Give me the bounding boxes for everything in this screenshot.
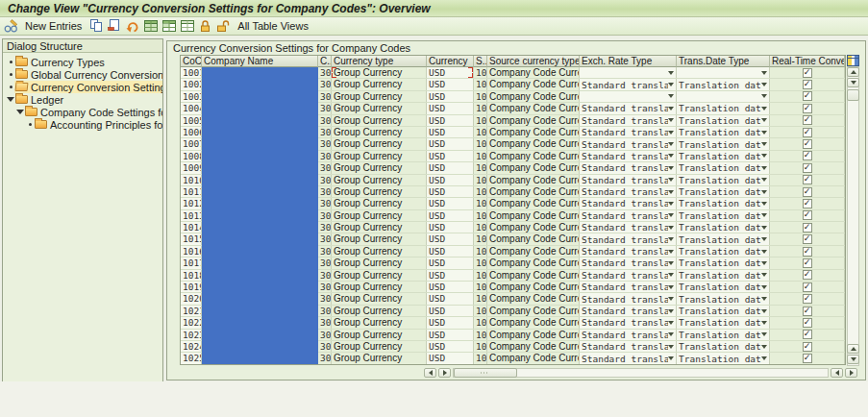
currency-cell[interactable]: USD xyxy=(427,103,474,113)
dialog-structure-item[interactable]: Global Currency Conversion Settings xyxy=(3,68,162,81)
column-header[interactable]: Company Name xyxy=(202,56,318,67)
currency-cell[interactable]: USD xyxy=(427,270,474,281)
currency-cell[interactable]: USD xyxy=(427,198,474,208)
trans-date-type-select[interactable]: Translation date xyxy=(677,127,770,137)
exch-rate-type-select[interactable]: Standard translat. xyxy=(580,138,677,149)
realtime-conversion-checkbox[interactable] xyxy=(803,91,812,101)
realtime-conversion-checkbox[interactable] xyxy=(803,68,812,78)
cocd-cell[interactable]: 1022 xyxy=(181,317,202,328)
dialog-structure-item[interactable]: Currency Types xyxy=(3,56,162,68)
exch-rate-type-select[interactable]: Standard translat. xyxy=(580,186,677,197)
trans-date-type-select[interactable]: Translation date xyxy=(677,162,770,173)
cocd-cell[interactable]: 1015 xyxy=(181,233,202,244)
exch-rate-type-select[interactable]: Standard translat. xyxy=(580,258,677,268)
exch-rate-type-select[interactable]: Standard translat. xyxy=(580,127,677,137)
trans-date-type-select[interactable]: Translation date xyxy=(677,103,770,113)
currency-cell[interactable]: USD xyxy=(427,151,474,161)
scroll-left-button[interactable] xyxy=(831,368,843,378)
trans-date-type-select[interactable]: Translation date xyxy=(677,270,770,281)
exch-rate-type-select[interactable]: Standard translat. xyxy=(580,306,677,316)
trans-date-type-select[interactable]: Translation date xyxy=(677,79,770,89)
cocd-cell[interactable]: 1019 xyxy=(181,282,202,292)
expanded-node-icon[interactable] xyxy=(16,110,24,114)
dialog-structure-item[interactable]: Ledger xyxy=(3,93,162,106)
column-header[interactable]: C.. xyxy=(318,56,332,67)
unlock-icon[interactable] xyxy=(215,18,232,34)
currency-cell[interactable]: USD xyxy=(427,138,474,149)
currency-cell[interactable]: USD xyxy=(427,91,474,102)
realtime-conversion-checkbox[interactable] xyxy=(803,247,812,257)
realtime-conversion-checkbox[interactable] xyxy=(803,258,812,268)
realtime-conversion-checkbox[interactable] xyxy=(803,199,812,208)
scrollbar-track[interactable] xyxy=(847,66,859,366)
currency-cell[interactable]: USD xyxy=(427,210,474,221)
cocd-cell[interactable]: 1005 xyxy=(181,115,202,126)
select-all-icon[interactable] xyxy=(142,18,159,34)
scroll-up-button[interactable] xyxy=(847,344,859,354)
exch-rate-type-select[interactable]: Standard translat. xyxy=(580,317,677,328)
exch-rate-type-select[interactable]: Standard translat. xyxy=(580,341,677,352)
exch-rate-type-select[interactable]: Standard translat. xyxy=(580,151,677,161)
cocd-cell[interactable]: 1007 xyxy=(181,138,202,149)
realtime-conversion-checkbox[interactable] xyxy=(803,234,812,244)
cocd-cell[interactable]: 1017 xyxy=(181,258,202,268)
column-header[interactable]: Currency type xyxy=(332,56,427,67)
dialog-structure-item[interactable]: Accounting Principles for Ledger and Com… xyxy=(3,118,162,131)
cocd-cell[interactable]: 1010 xyxy=(181,175,202,185)
currency-cell[interactable]: USD xyxy=(427,186,474,197)
realtime-conversion-checkbox[interactable] xyxy=(803,354,812,363)
currency-cell[interactable]: USD xyxy=(427,67,474,78)
currency-cell[interactable]: USD xyxy=(427,353,474,363)
column-header[interactable]: Exch. Rate Type xyxy=(580,56,677,67)
realtime-conversion-checkbox[interactable] xyxy=(803,342,812,352)
trans-date-type-select[interactable]: Translation date xyxy=(677,198,770,208)
exch-rate-type-select[interactable]: Standard translat. xyxy=(580,162,677,173)
cocd-cell[interactable]: 1001 xyxy=(181,67,202,78)
cocd-cell[interactable]: 1020 xyxy=(181,293,202,304)
currency-cell[interactable]: USD xyxy=(427,317,474,328)
all-table-views-button[interactable]: All Table Views xyxy=(234,20,312,32)
cocd-cell[interactable]: 1021 xyxy=(181,306,202,316)
column-header[interactable]: Source currency type xyxy=(487,56,580,67)
realtime-conversion-checkbox[interactable] xyxy=(803,104,812,113)
cocd-cell[interactable]: 1024 xyxy=(181,341,202,352)
currency-cell[interactable]: USD xyxy=(427,293,474,304)
realtime-conversion-checkbox[interactable] xyxy=(803,175,812,184)
scroll-right-button[interactable] xyxy=(438,368,451,378)
realtime-conversion-checkbox[interactable] xyxy=(803,115,812,125)
trans-date-type-select[interactable]: Translation date xyxy=(677,175,770,185)
trans-date-type-select[interactable]: Translation date xyxy=(677,233,770,244)
deselect-all-icon[interactable] xyxy=(179,18,195,34)
cocd-cell[interactable]: 1016 xyxy=(181,246,202,257)
exch-rate-type-select[interactable]: Standard translat. xyxy=(580,330,677,340)
trans-date-type-select[interactable]: Translation date xyxy=(677,186,770,197)
column-header[interactable]: CoCd xyxy=(181,56,202,67)
column-header[interactable]: S.. xyxy=(474,56,487,67)
realtime-conversion-checkbox[interactable] xyxy=(803,210,812,220)
delete-icon[interactable] xyxy=(106,18,122,34)
copy-as-icon[interactable] xyxy=(87,18,104,34)
trans-date-type-select[interactable]: Translation date xyxy=(677,222,770,233)
realtime-conversion-checkbox[interactable] xyxy=(803,187,812,197)
scroll-down-button[interactable] xyxy=(847,78,859,87)
realtime-conversion-checkbox[interactable] xyxy=(803,282,812,292)
trans-date-type-select[interactable]: Translation date xyxy=(677,317,770,328)
cocd-cell[interactable]: 1009 xyxy=(181,162,202,173)
realtime-conversion-checkbox[interactable] xyxy=(803,151,812,160)
trans-date-type-select[interactable]: Translation date xyxy=(677,282,770,292)
cocd-cell[interactable]: 1014 xyxy=(181,222,202,233)
trans-date-type-select[interactable]: Translation date xyxy=(677,115,770,126)
exch-rate-type-select[interactable]: Standard translat. xyxy=(580,270,677,281)
currency-cell[interactable]: USD xyxy=(427,79,474,89)
exch-rate-type-select[interactable]: Standard translat. xyxy=(580,210,677,221)
expanded-node-icon[interactable] xyxy=(7,97,14,102)
exch-rate-type-select[interactable] xyxy=(580,67,677,78)
currency-cell[interactable]: USD xyxy=(427,162,474,173)
exch-rate-type-select[interactable]: Standard translat. xyxy=(580,233,677,244)
realtime-conversion-checkbox[interactable] xyxy=(803,318,812,328)
cocd-cell[interactable]: 1011 xyxy=(181,186,202,197)
trans-date-type-select[interactable]: Translation date xyxy=(677,330,770,340)
column-header[interactable]: Currency xyxy=(427,56,474,67)
exch-rate-type-select[interactable]: Standard translat. xyxy=(580,79,677,89)
undo-icon[interactable] xyxy=(124,18,140,34)
